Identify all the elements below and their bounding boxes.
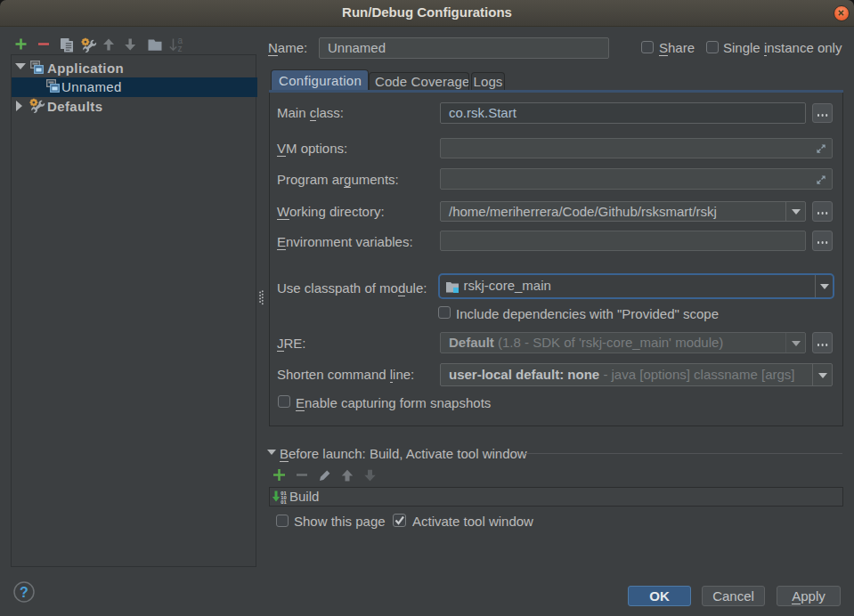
svg-text:01: 01 [281, 499, 287, 505]
svg-text:z: z [178, 44, 183, 53]
svg-text:?: ? [20, 585, 28, 600]
